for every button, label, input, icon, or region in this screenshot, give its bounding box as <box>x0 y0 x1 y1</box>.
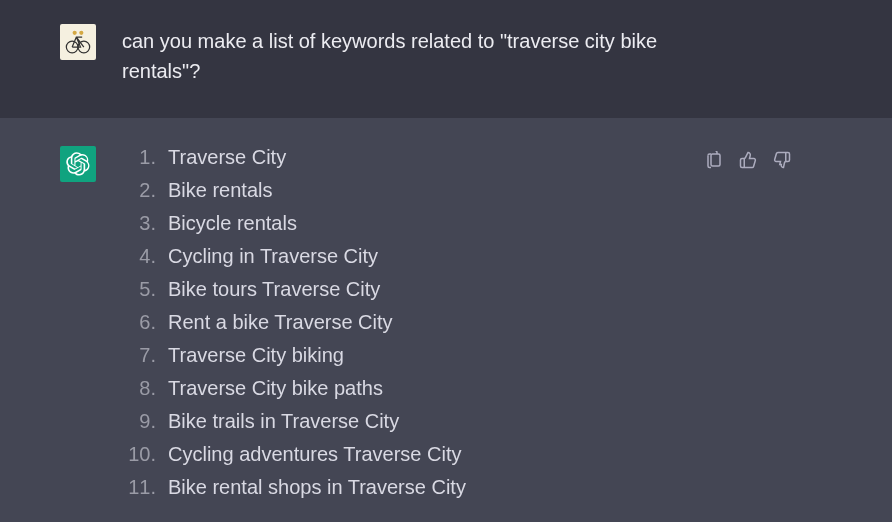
list-item: 3.Bicycle rentals <box>122 212 466 235</box>
list-text: Traverse City bike paths <box>168 377 383 400</box>
list-number: 4. <box>122 245 168 268</box>
list-text: Bike rental shops in Traverse City <box>168 476 466 499</box>
list-item: 1.Traverse City <box>122 146 466 169</box>
keyword-list: 1.Traverse City 2.Bike rentals 3.Bicycle… <box>122 146 466 499</box>
dislike-button[interactable] <box>772 150 792 170</box>
list-item: 11.Bike rental shops in Traverse City <box>122 476 466 499</box>
user-prompt-text: can you make a list of keywords related … <box>122 24 682 86</box>
clipboard-icon <box>705 151 723 169</box>
user-avatar <box>60 24 96 60</box>
message-actions <box>704 146 832 170</box>
list-number: 9. <box>122 410 168 433</box>
list-item: 4.Cycling in Traverse City <box>122 245 466 268</box>
assistant-avatar <box>60 146 96 182</box>
assistant-content: 1.Traverse City 2.Bike rentals 3.Bicycle… <box>122 146 832 499</box>
list-number: 5. <box>122 278 168 301</box>
list-text: Bicycle rentals <box>168 212 297 235</box>
list-item: 10.Cycling adventures Traverse City <box>122 443 466 466</box>
thumbs-down-icon <box>773 151 791 169</box>
list-number: 6. <box>122 311 168 334</box>
assistant-message: 1.Traverse City 2.Bike rentals 3.Bicycle… <box>0 118 892 499</box>
list-item: 5.Bike tours Traverse City <box>122 278 466 301</box>
list-item: 6.Rent a bike Traverse City <box>122 311 466 334</box>
list-item: 9.Bike trails in Traverse City <box>122 410 466 433</box>
copy-button[interactable] <box>704 150 724 170</box>
svg-rect-4 <box>711 154 720 166</box>
list-number: 11. <box>122 476 168 499</box>
list-text: Traverse City biking <box>168 344 344 367</box>
openai-logo-icon <box>66 152 90 176</box>
list-item: 8.Traverse City bike paths <box>122 377 466 400</box>
svg-point-3 <box>79 31 83 35</box>
user-message: can you make a list of keywords related … <box>0 0 892 118</box>
svg-point-2 <box>73 31 77 35</box>
list-item: 2.Bike rentals <box>122 179 466 202</box>
list-text: Bike trails in Traverse City <box>168 410 399 433</box>
list-number: 2. <box>122 179 168 202</box>
list-number: 3. <box>122 212 168 235</box>
list-text: Rent a bike Traverse City <box>168 311 393 334</box>
thumbs-up-icon <box>739 151 757 169</box>
list-number: 8. <box>122 377 168 400</box>
like-button[interactable] <box>738 150 758 170</box>
list-text: Bike rentals <box>168 179 273 202</box>
bicycle-avatar-icon <box>63 27 93 57</box>
list-number: 7. <box>122 344 168 367</box>
list-text: Cycling adventures Traverse City <box>168 443 461 466</box>
list-text: Cycling in Traverse City <box>168 245 378 268</box>
list-number: 10. <box>122 443 168 466</box>
list-item: 7.Traverse City biking <box>122 344 466 367</box>
list-text: Traverse City <box>168 146 286 169</box>
list-number: 1. <box>122 146 168 169</box>
list-text: Bike tours Traverse City <box>168 278 380 301</box>
